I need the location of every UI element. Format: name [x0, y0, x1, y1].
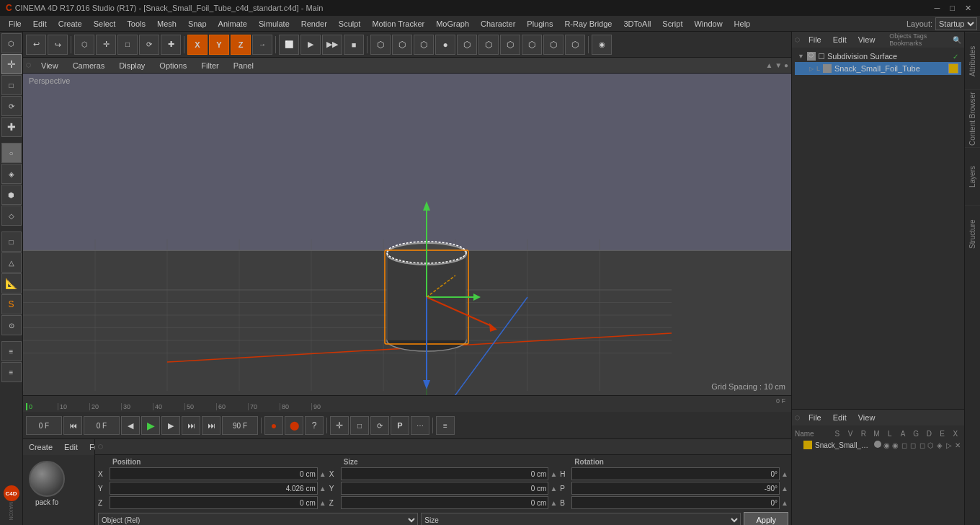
world-axis-btn[interactable]: → — [252, 35, 272, 55]
tool-snap[interactable]: □ — [1, 231, 22, 252]
arrow-left[interactable]: 0 F — [84, 416, 120, 435]
nav-rotate[interactable]: ⟳ — [370, 416, 389, 435]
size-x-input[interactable] — [341, 467, 549, 480]
obj-s[interactable] — [874, 441, 881, 449]
menu-script[interactable]: Script — [656, 18, 688, 30]
tab-content-browser[interactable]: Content Browser — [965, 89, 980, 147]
viewport-layout-btn[interactable]: ⬜ — [279, 35, 299, 55]
rot-b-input[interactable] — [571, 496, 780, 509]
obj-mode-light[interactable]: ⬡ — [522, 35, 542, 55]
tab-attributes[interactable]: Attributes — [965, 32, 980, 89]
rotate-tool[interactable]: ⟳ — [139, 35, 159, 55]
search-icon[interactable]: 🔍 — [953, 36, 961, 44]
menu-mograph[interactable]: MoGraph — [430, 18, 475, 30]
y-axis-btn[interactable]: Y — [209, 35, 229, 55]
obj-mode-sphere[interactable]: ⬡ — [392, 35, 412, 55]
start-frame-input[interactable]: 0 F — [26, 416, 62, 435]
rot-h-input[interactable] — [571, 467, 780, 480]
tool-scale[interactable]: □ — [1, 75, 22, 95]
multi-tool[interactable]: ✚ — [161, 35, 181, 55]
menu-3dtoall[interactable]: 3DToAll — [618, 18, 656, 30]
tool-points[interactable]: ◈ — [1, 164, 22, 184]
tab-structure[interactable]: Structure — [965, 205, 980, 262]
timeline-extra[interactable]: ≡ — [436, 416, 455, 435]
obj-m[interactable]: ◻ — [901, 441, 908, 449]
obj-x[interactable]: ✕ — [954, 441, 961, 449]
objects-table-row[interactable]: Snack_Small_Foil_Tube ◉ ◉ ◻ ◻ ◻ ⬡ ◈ ▷ ✕ — [795, 439, 961, 451]
play-pause-btn[interactable]: ▶ — [141, 416, 160, 435]
menu-select[interactable]: Select — [88, 18, 122, 30]
tool-layer1[interactable]: ≡ — [1, 341, 22, 361]
play-btn2[interactable]: ▶▶ — [322, 35, 342, 55]
timeline-ruler[interactable]: 0 10 20 30 40 50 60 70 80 90 0 F — [23, 396, 791, 412]
auto-key-btn[interactable]: ⬤ — [285, 416, 303, 435]
tool-live[interactable]: ○ — [1, 143, 22, 163]
menu-plugins[interactable]: Plugins — [521, 18, 558, 30]
obj-r[interactable]: ◉ — [892, 441, 899, 449]
scene-edit-menu[interactable]: Edit — [830, 35, 850, 44]
obj-mode-null[interactable]: ⬡ — [478, 35, 499, 55]
pos-y-input[interactable] — [110, 482, 318, 495]
menu-edit[interactable]: Edit — [27, 18, 53, 30]
undo-button[interactable]: ↩ — [26, 35, 46, 55]
key-selection-btn[interactable]: ? — [305, 416, 324, 435]
scene-view-menu[interactable]: View — [855, 35, 878, 44]
stop-btn[interactable]: ■ — [344, 35, 364, 55]
obj-mode-cone[interactable]: ⬡ — [414, 35, 434, 55]
menu-simulate[interactable]: Simulate — [253, 18, 295, 30]
obj-mode-misc[interactable]: ⬡ — [565, 35, 585, 55]
render-view-btn[interactable]: ◉ — [592, 35, 612, 55]
obj-mode-deform[interactable]: ⬡ — [543, 35, 564, 55]
viewport-menu-display[interactable]: Display — [115, 61, 149, 70]
menu-render[interactable]: Render — [295, 18, 333, 30]
obj-mode-cyl[interactable]: ● — [435, 35, 455, 55]
menu-create[interactable]: Create — [53, 18, 88, 30]
tool-mode[interactable]: ⬡ — [1, 33, 22, 53]
obj-a[interactable]: ◻ — [918, 441, 925, 449]
obj-g[interactable]: ⬡ — [927, 441, 935, 449]
play-btn1[interactable]: ▶ — [300, 35, 321, 55]
size-y-input[interactable] — [341, 482, 549, 495]
arrow-right-step[interactable]: ▶ — [161, 416, 180, 435]
arrow-left-step[interactable]: ◀ — [121, 416, 140, 435]
viewport-menu-cameras[interactable]: Cameras — [68, 61, 110, 70]
obj-v[interactable]: ◉ — [883, 441, 890, 449]
scene-file-menu[interactable]: File — [806, 35, 824, 44]
pos-z-input[interactable] — [110, 496, 318, 509]
menu-character[interactable]: Character — [475, 18, 521, 30]
apply-button[interactable]: Apply — [744, 512, 788, 525]
move-tool[interactable]: ✛ — [96, 35, 116, 55]
tool-transform[interactable]: ✚ — [1, 117, 22, 137]
obj-d[interactable]: ◈ — [936, 441, 943, 449]
menu-snap[interactable]: Snap — [182, 18, 213, 30]
nav-move[interactable]: ✛ — [330, 416, 349, 435]
viewport-menu-filter[interactable]: Filter — [197, 61, 223, 70]
layout-select[interactable]: Startup — [935, 17, 977, 30]
rot-p-input[interactable] — [571, 482, 780, 495]
menu-file[interactable]: File — [3, 18, 27, 30]
tool-move[interactable]: ✛ — [1, 54, 22, 74]
menu-help[interactable]: Help — [729, 18, 757, 30]
close-button[interactable]: ✕ — [962, 4, 974, 13]
z-axis-btn[interactable]: Z — [231, 35, 251, 55]
nav-dots[interactable]: ⋯ — [411, 416, 429, 435]
x-axis-btn[interactable]: X — [187, 35, 208, 55]
redo-button[interactable]: ↩ — [48, 35, 68, 55]
tool-rotate[interactable]: ⟳ — [1, 96, 22, 116]
menu-window[interactable]: Window — [688, 18, 728, 30]
obj-mode-cube[interactable]: ⬡ — [370, 35, 391, 55]
scale-tool[interactable]: □ — [117, 35, 138, 55]
menu-sculpt[interactable]: Sculpt — [333, 18, 367, 30]
material-preview[interactable] — [29, 461, 65, 497]
tool-s[interactable]: S — [1, 294, 22, 314]
obj-l[interactable]: ◻ — [909, 441, 917, 449]
arrow-right-fast[interactable]: ⏭ — [182, 416, 200, 435]
record-btn[interactable]: ● — [264, 416, 283, 435]
tool-layer2[interactable]: ≡ — [1, 362, 22, 382]
viewport-menu-panel[interactable]: Panel — [229, 61, 258, 70]
viewport-3d[interactable]: Perspective Grid Spacing : 10 cm X Y Z — [23, 74, 791, 395]
arrow-left-fast[interactable]: ⏮ — [63, 416, 82, 435]
tree-item-subdivision[interactable]: ▼ ⬡ Subdivision Surface ✓ — [795, 50, 961, 62]
tool-workplane[interactable]: △ — [1, 252, 22, 273]
tab-layers[interactable]: Layers — [965, 147, 980, 205]
